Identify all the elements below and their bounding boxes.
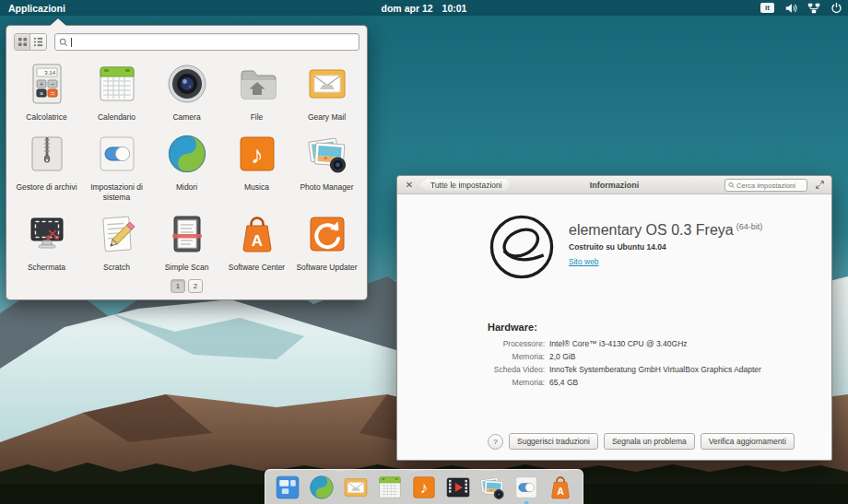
suggerisci-traduzioni-button[interactable]: Suggerisci traduzioni	[509, 433, 598, 450]
verifica-aggiornamenti-button[interactable]: Verifica aggiornamenti	[701, 433, 795, 450]
files-icon	[235, 62, 279, 110]
svg-text:♪: ♪	[251, 141, 264, 169]
close-button[interactable]: ✕	[403, 179, 416, 192]
hardware-row-value: InnoTek Systemberatung GmbH VirtualBox G…	[549, 365, 831, 374]
desktop: Applicazioni dom apr 12 10:01 it	[0, 0, 848, 504]
panel-date: dom apr 12	[382, 3, 433, 14]
settings-search-input[interactable]	[736, 182, 804, 190]
footer-buttons: Suggerisci traduzioniSegnala un problema…	[509, 433, 795, 450]
app-label: Midori	[176, 182, 197, 193]
photo-manager-icon	[478, 474, 506, 501]
keyboard-layout-indicator[interactable]: it	[760, 3, 774, 13]
app-item-file[interactable]: File	[222, 58, 292, 123]
os-architecture: (64-bit)	[736, 222, 763, 231]
app-label: Gestore di archivi	[16, 182, 77, 193]
clock[interactable]: dom apr 12 10:01	[0, 0, 848, 16]
calculator-icon: 3.14+−×=	[25, 62, 69, 110]
settings-window: ✕ Tutte le impostazioni Informazioni	[396, 175, 832, 461]
dock: ♪A	[265, 469, 583, 504]
titlebar[interactable]: ✕ Tutte le impostazioni Informazioni	[397, 176, 831, 194]
software-center-icon: A	[235, 212, 279, 260]
hardware-row-value: 65,4 GB	[549, 378, 831, 387]
simple-scan-icon	[165, 212, 209, 260]
maximize-icon[interactable]	[815, 180, 825, 190]
system-tray: it	[760, 0, 842, 16]
svg-text:+: +	[39, 81, 42, 88]
app-label: Scratch	[103, 263, 130, 273]
app-label: Calcolatrice	[26, 112, 66, 123]
svg-text:A: A	[557, 486, 564, 497]
app-label: Musica	[244, 182, 269, 193]
help-button[interactable]: ?	[488, 434, 503, 450]
category-view-button[interactable]	[30, 34, 46, 50]
search-icon	[59, 38, 68, 47]
app-label: Schermata	[28, 263, 65, 273]
svg-text:=: =	[50, 90, 53, 97]
hardware-row-label: Memoria:	[397, 378, 545, 387]
app-item-software-updater[interactable]: Software Updater	[292, 208, 362, 273]
dock-item-midori[interactable]	[308, 474, 336, 501]
dock-item-calendario[interactable]	[376, 474, 404, 501]
elementary-logo	[488, 213, 556, 281]
dock-item-geary-mail[interactable]	[342, 474, 370, 501]
about-pane: elementary OS 0.3 Freya(64-bit) Costruit…	[397, 194, 831, 462]
app-item-simple-scan[interactable]: Simple Scan	[152, 208, 222, 273]
dock-item-window-tiles[interactable]	[274, 474, 301, 501]
music-icon: ♪	[235, 132, 279, 180]
svg-text:A: A	[251, 232, 262, 250]
svg-text:−: −	[50, 81, 53, 88]
app-label: File	[251, 112, 264, 123]
app-item-calcolatrice[interactable]: 3.14+−×=Calcolatrice	[12, 58, 82, 123]
launcher-toolbar	[6, 26, 367, 53]
launcher-page-button-2[interactable]: 2	[188, 279, 203, 293]
segnala-un-problema-button[interactable]: Segnala un problema	[604, 433, 695, 450]
dock-item-software-center[interactable]: A	[547, 474, 574, 501]
settings-search-field[interactable]	[724, 179, 807, 192]
archive-manager-icon	[25, 132, 69, 180]
website-link[interactable]: Sito web	[569, 257, 599, 266]
app-launcher: 3.14+−×=CalcolatriceCalendarioCameraFile…	[6, 25, 368, 300]
app-label: Impostazioni di sistema	[84, 182, 150, 203]
dock-item-foto[interactable]	[478, 474, 506, 501]
midori-icon	[308, 474, 336, 501]
app-item-software-center[interactable]: ASoftware Center	[222, 208, 292, 273]
hardware-heading: Hardware:	[488, 322, 831, 333]
system-settings-icon	[512, 474, 540, 501]
app-item-musica[interactable]: ♪Musica	[222, 128, 292, 203]
hardware-row-label: Memoria:	[397, 352, 545, 361]
software-center-icon: A	[547, 474, 574, 501]
app-item-photo-manager[interactable]: Photo Manager	[292, 128, 362, 203]
screenshot-icon	[25, 212, 69, 260]
app-item-midori[interactable]: Midori	[152, 128, 222, 203]
hardware-row-label: Scheda Video:	[397, 365, 545, 374]
power-icon[interactable]	[830, 2, 842, 14]
app-item-camera[interactable]: Camera	[152, 58, 222, 123]
calendar-icon	[95, 62, 139, 110]
all-settings-back-button[interactable]: Tutte le impostazioni	[419, 179, 509, 191]
geary-mail-icon	[305, 62, 349, 110]
dock-item-video[interactable]	[444, 474, 472, 501]
hardware-table: Processore:Intel® Core™ i3-4130 CPU @ 3.…	[397, 339, 831, 387]
app-item-geary-mail[interactable]: Geary Mail	[292, 58, 362, 123]
music-icon: ♪	[410, 474, 438, 501]
scratch-icon	[95, 212, 139, 260]
grid-view-button[interactable]	[15, 34, 30, 50]
top-panel: Applicazioni dom apr 12 10:01 it	[0, 0, 848, 16]
calendar-icon	[376, 474, 404, 501]
dock-item-musica[interactable]: ♪	[410, 474, 438, 501]
geary-mail-icon	[342, 474, 370, 501]
launcher-page-button-1[interactable]: 1	[171, 279, 185, 293]
network-icon[interactable]	[807, 2, 820, 15]
dock-item-impostazioni-di-sistema[interactable]	[512, 474, 540, 501]
launcher-arrow	[50, 18, 66, 26]
app-item-calendario[interactable]: Calendario	[82, 58, 152, 123]
app-item-scratch[interactable]: Scratch	[82, 208, 152, 273]
volume-icon[interactable]	[784, 2, 797, 15]
system-settings-icon	[95, 132, 139, 180]
app-label: Geary Mail	[308, 112, 346, 123]
launcher-search-input[interactable]	[75, 38, 355, 47]
launcher-search-field[interactable]	[54, 33, 359, 51]
app-item-impostazioni-di-sistema[interactable]: Impostazioni di sistema	[82, 128, 152, 203]
app-item-gestore-di-archivi[interactable]: Gestore di archivi	[12, 128, 82, 203]
app-item-schermata[interactable]: Schermata	[12, 208, 82, 273]
